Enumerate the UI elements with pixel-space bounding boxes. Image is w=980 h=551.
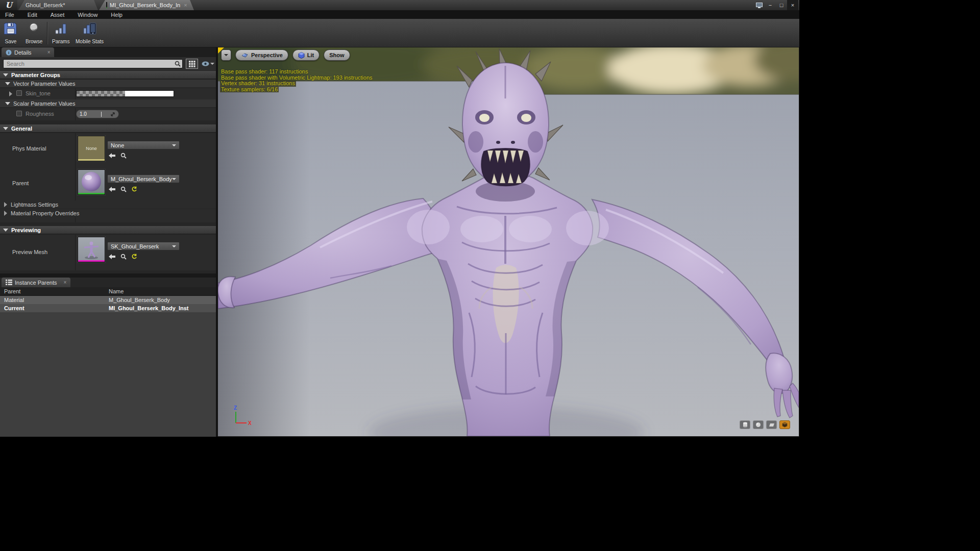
save-button[interactable]: Save (2, 21, 19, 45)
table-row[interactable]: Material M_Ghoul_Berserk_Body (0, 296, 216, 304)
perspective-button[interactable]: Perspective (235, 49, 288, 61)
previewing-body: Preview Mesh SK_Ghoul_Berserk (0, 235, 216, 270)
use-selected-icon[interactable] (108, 153, 116, 159)
use-selected-icon[interactable] (108, 186, 116, 192)
mobile-bars-icon (83, 22, 97, 35)
title-bar: U Ghoul_Berserk* MI_Ghoul_Berserk_Body_I… (0, 0, 799, 10)
stats-line: Texture samplers: 6/16 (220, 87, 279, 93)
menu-asset[interactable]: Asset (51, 12, 65, 18)
lit-cube-icon (298, 52, 305, 59)
details-search-row (0, 57, 216, 70)
phys-material-label: Phys Material (12, 145, 46, 152)
roughness-spinbox[interactable] (76, 110, 119, 118)
shape-sphere-button[interactable] (753, 420, 764, 429)
expand-arrow-icon (3, 229, 8, 232)
viewport-options-button[interactable] (221, 49, 231, 61)
property-matrix-button[interactable] (186, 59, 198, 69)
preview-mesh-thumbnail[interactable] (78, 237, 105, 262)
tab-details[interactable]: i Details × (2, 47, 54, 57)
instance-parents-panel: Instance Parents × Parent Name Material … (0, 273, 216, 437)
roughness-value-input[interactable] (80, 111, 100, 117)
axis-x-label: X (248, 420, 252, 426)
close-icon[interactable]: × (64, 280, 67, 285)
drag-resize-icon[interactable] (110, 112, 115, 117)
browse-to-asset-icon[interactable] (120, 186, 127, 192)
section-scalar-parameter-values[interactable]: Scalar Parameter Values (0, 99, 216, 108)
browse-to-asset-icon[interactable] (120, 153, 127, 159)
show-menu-button[interactable]: Show (324, 49, 350, 61)
preview-mesh-dropdown[interactable]: SK_Ghoul_Berserk (107, 242, 180, 251)
chevron-down-icon (210, 63, 214, 65)
maximize-button[interactable]: □ (776, 0, 787, 10)
unreal-editor-window: U Ghoul_Berserk* MI_Ghoul_Berserk_Body_I… (0, 0, 799, 437)
menu-help[interactable]: Help (111, 12, 122, 18)
view-options-button[interactable] (201, 59, 215, 69)
tab-close-icon[interactable]: × (184, 2, 187, 8)
shape-cylinder-button[interactable] (740, 420, 750, 429)
toolbar-divider (47, 22, 47, 44)
section-general[interactable]: General (0, 124, 216, 133)
cylinder-icon (743, 422, 748, 428)
roughness-override-checkbox[interactable] (16, 111, 22, 116)
phys-material-thumbnail[interactable]: None (78, 136, 105, 161)
tab-instance-parents[interactable]: Instance Parents × (2, 278, 70, 287)
property-splitter[interactable] (75, 133, 76, 201)
layout-icon[interactable] (753, 0, 765, 10)
params-button[interactable]: Params (50, 21, 71, 45)
section-lightmass-settings[interactable]: Lightmass Settings (0, 201, 216, 209)
phys-material-dropdown[interactable]: None (107, 141, 180, 149)
floppy-disk-icon (4, 22, 17, 35)
shape-plane-button[interactable] (766, 420, 777, 429)
asset-toolbar: Save Browse Params (0, 19, 799, 47)
reset-to-default-icon[interactable] (131, 254, 137, 260)
list-icon (6, 280, 12, 285)
expander-icon[interactable] (9, 91, 12, 96)
alpha-checker (77, 91, 125, 96)
table-row-current[interactable]: Current MI_Ghoul_Berserk_Body_Inst (0, 304, 216, 312)
tab-label: MI_Ghoul_Berserk_Body_In (110, 2, 180, 8)
parent-material-dropdown[interactable]: M_Ghoul_Berserk_Body (107, 174, 180, 183)
section-parameter-groups[interactable]: Parameter Groups (0, 71, 216, 79)
color-preview (125, 91, 174, 96)
section-previewing[interactable]: Previewing (0, 226, 216, 234)
property-splitter[interactable] (75, 235, 76, 270)
roughness-row: Roughness (0, 108, 216, 120)
section-material-property-overrides[interactable]: Material Property Overrides (0, 209, 216, 217)
skin-tone-override-checkbox[interactable] (16, 90, 22, 96)
material-sphere-preview (78, 170, 105, 193)
section-vector-parameter-values[interactable]: Vector Parameter Values (0, 80, 216, 88)
menu-edit[interactable]: Edit (28, 12, 37, 18)
chevron-down-icon (224, 54, 228, 56)
browse-to-asset-icon[interactable] (120, 254, 127, 260)
preview-viewport[interactable]: Perspective Lit Show Base pass shader: 1… (218, 47, 799, 436)
property-splitter[interactable] (75, 108, 76, 120)
parent-material-thumbnail[interactable] (78, 169, 105, 195)
preview-shape-buttons (740, 420, 790, 429)
details-tabbar: i Details × (0, 47, 216, 57)
menu-file[interactable]: File (5, 12, 14, 18)
mobile-stats-button[interactable]: Mobile Stats (74, 21, 106, 45)
instance-parents-empty-area (0, 312, 216, 437)
skin-tone-row: Skin_tone (0, 88, 216, 99)
minimize-button[interactable]: − (765, 0, 776, 10)
tab-mi-ghoul-berserk-body-inst[interactable]: MI_Ghoul_Berserk_Body_In × (99, 0, 194, 10)
expand-arrow-icon (5, 82, 10, 85)
close-button[interactable]: × (787, 0, 798, 10)
monitor-icon (756, 3, 763, 8)
shape-custom-mesh-button[interactable] (779, 420, 790, 429)
use-selected-icon[interactable] (108, 254, 116, 260)
asset-type-bar (78, 159, 105, 161)
tab-ghoul-berserk[interactable]: Ghoul_Berserk* (18, 0, 98, 10)
reset-to-default-icon[interactable] (131, 186, 137, 192)
stats-line: Vertex shader: 31 instructions (220, 81, 296, 87)
browse-button[interactable]: Browse (23, 21, 44, 45)
parent-label: Parent (12, 180, 29, 186)
close-icon[interactable]: × (47, 49, 51, 55)
search-input[interactable] (3, 59, 183, 68)
property-splitter[interactable] (75, 88, 76, 99)
skin-tone-color-swatch[interactable] (76, 90, 174, 97)
expand-arrow-icon (3, 73, 8, 77)
preview-mesh-label: Preview Mesh (12, 249, 47, 255)
menu-window[interactable]: Window (78, 12, 97, 18)
lit-mode-button[interactable]: Lit (292, 49, 320, 61)
